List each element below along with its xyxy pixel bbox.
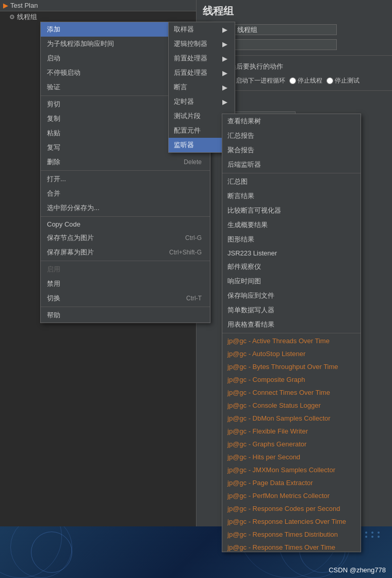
- menu-label: 保存节点为图片: [47, 233, 94, 243]
- submenu-label: jp@gc - Response Codes per Second: [227, 505, 340, 512]
- listener-jp-response-times-over[interactable]: jp@gc - Response Times Over Time: [222, 541, 361, 552]
- submenu-label: jp@gc - Flexible File Writer: [227, 427, 308, 435]
- menu-item-save-screen-image[interactable]: 保存屏幕为图片 Ctrl+Shift-G: [41, 245, 210, 260]
- submenu-label: jp@gc - Hits per Second: [227, 453, 300, 461]
- listener-save-response[interactable]: 保存响应到文件: [222, 288, 361, 303]
- listener-jp-autostop[interactable]: jp@gc - AutoStop Listener: [222, 347, 361, 360]
- menu-item-disable[interactable]: 禁用: [41, 277, 210, 291]
- listener-jp-perfmon[interactable]: jp@gc - PerfMon Metrics Collector: [222, 489, 361, 502]
- submenu-label: 前置处理器: [174, 54, 207, 63]
- separator2: [41, 170, 210, 171]
- menu-item-save-node-image[interactable]: 保存节点为图片 Ctrl-G: [41, 231, 210, 245]
- listener-backend[interactable]: 后端监听器: [222, 157, 361, 172]
- listener-jp-hits-per-second[interactable]: jp@gc - Hits per Second: [222, 451, 361, 463]
- shortcut-delete: Delete: [184, 158, 202, 166]
- submenu-label: 定时器: [174, 97, 194, 106]
- listener-jp-jmxmon[interactable]: jp@gc - JMXMon Samples Collector: [222, 463, 361, 476]
- listener-summary-report[interactable]: 汇总报告: [222, 129, 361, 143]
- listener-jp-console-status[interactable]: jp@gc - Console Status Logger: [222, 399, 361, 412]
- submenu-item-timer[interactable]: 定时器 ▶: [169, 94, 235, 109]
- submenu-label: 汇总图: [227, 177, 248, 186]
- submenu-listener: 查看结果树 汇总报告 聚合报告 后端监听器 汇总图 断言结果 比较断言可视化器 …: [222, 114, 361, 552]
- submenu-label: 聚合报告: [227, 146, 254, 155]
- radio-next-loop[interactable]: 启动下一进程循环: [227, 76, 285, 85]
- listener-assertion-results[interactable]: 断言结果: [222, 189, 361, 203]
- submenu-label: 后置处理器: [174, 68, 207, 77]
- menu-item-open[interactable]: 打开...: [41, 172, 210, 186]
- name-input[interactable]: [234, 24, 337, 35]
- menu-label: 打开...: [47, 174, 66, 184]
- menu-label: 复制: [47, 114, 60, 123]
- listener-aggregate-report[interactable]: 聚合报告: [222, 143, 361, 157]
- listener-graph-results[interactable]: 图形结果: [222, 232, 361, 247]
- listener-jp-dbmon[interactable]: jp@gc - DbMon Samples Collector: [222, 412, 361, 425]
- listener-mailer[interactable]: 邮件观察仪: [222, 260, 361, 274]
- arrow-icon: ▶: [222, 69, 227, 77]
- submenu-label: jp@gc - Response Times Distribution: [227, 531, 338, 538]
- submenu-item-sampler[interactable]: 取样器 ▶: [169, 22, 235, 37]
- submenu-label: jp@gc - DbMon Samples Collector: [227, 414, 331, 422]
- listener-simple-data-writer[interactable]: 简单数据写人器: [222, 303, 361, 317]
- menu-item-copy-code[interactable]: Copy Code: [41, 218, 210, 231]
- menu-label: 为子线程添加响应时间: [47, 39, 114, 49]
- submenu-item-pre-processor[interactable]: 前置处理器 ▶: [169, 51, 235, 66]
- separator4: [41, 261, 210, 261]
- submenu-item-post-processor[interactable]: 后置处理器 ▶: [169, 66, 235, 80]
- submenu-label: jp@gc - Console Status Logger: [227, 402, 321, 409]
- arrow-icon: ▶: [222, 26, 227, 34]
- submenu-label: 取样器: [174, 25, 194, 34]
- menu-label: 保存屏幕为图片: [47, 248, 94, 257]
- listener-view-results-tree[interactable]: 查看结果树: [222, 114, 361, 129]
- listener-jp-page-data[interactable]: jp@gc - Page Data Extractor: [222, 476, 361, 489]
- listener-response-time-graph[interactable]: 响应时间图: [222, 274, 361, 288]
- listener-jp-response-codes[interactable]: jp@gc - Response Codes per Second: [222, 502, 361, 515]
- gear-icon: ⚙: [9, 13, 15, 21]
- radio-stop-test[interactable]: 停止测试: [326, 76, 360, 85]
- listener-jp-connect-times[interactable]: jp@gc - Connect Times Over Time: [222, 386, 361, 399]
- menu-item-save-selected[interactable]: 选中部分保存为...: [41, 201, 210, 215]
- submenu-label: jp@gc - Connect Times Over Time: [227, 389, 330, 396]
- arrow-icon: ▶: [222, 40, 227, 48]
- listener-jp-flexible-file[interactable]: jp@gc - Flexible File Writer: [222, 425, 361, 438]
- listener-jsr223[interactable]: JSR223 Listener: [222, 247, 361, 260]
- listener-jp-graphs-generator[interactable]: jp@gc - Graphs Generator: [222, 438, 361, 451]
- listener-generate-summary[interactable]: 生成概要结果: [222, 218, 361, 232]
- menu-item-delete[interactable]: 删除 Delete: [41, 155, 210, 169]
- submenu-item-assertion[interactable]: 断言 ▶: [169, 80, 235, 94]
- submenu-label: 汇总报告: [227, 131, 254, 140]
- submenu-label: jp@gc - Response Times Over Time: [227, 543, 335, 551]
- menu-label: 粘贴: [47, 129, 60, 138]
- menu-item-enable: 启用: [41, 262, 210, 277]
- listener-jp-response-times-dist[interactable]: jp@gc - Response Times Distribution: [222, 528, 361, 541]
- menu-label: 删除: [47, 157, 60, 167]
- submenu-label: 用表格查看结果: [227, 320, 274, 329]
- submenu-label: jp@gc - JMXMon Samples Collector: [227, 466, 335, 474]
- app-title: Test Plan: [10, 2, 38, 9]
- listener-jp-response-latencies[interactable]: jp@gc - Response Latencies Over Time: [222, 515, 361, 528]
- listener-jp-composite-graph[interactable]: jp@gc - Composite Graph: [222, 373, 361, 386]
- submenu-item-logic-controller[interactable]: 逻辑控制器 ▶: [169, 37, 235, 51]
- menu-label: 不停顿启动: [47, 68, 80, 77]
- menu-label: 禁用: [47, 279, 60, 288]
- menu-item-toggle[interactable]: 切换 Ctrl-T: [41, 291, 210, 306]
- tree-item-threadgroup[interactable]: ⚙ 线程组: [0, 11, 201, 23]
- shortcut-save-screen: Ctrl+Shift-G: [169, 249, 202, 256]
- submenu-label: jp@gc - Graphs Generator: [227, 440, 306, 448]
- listener-summary-graph[interactable]: 汇总图: [222, 174, 361, 189]
- separator5: [41, 307, 210, 307]
- menu-item-help[interactable]: 帮助: [41, 308, 210, 323]
- menu-item-merge[interactable]: 合并: [41, 186, 210, 201]
- listener-jp-active-threads[interactable]: jp@gc - Active Threads Over Time: [222, 334, 361, 347]
- submenu-label: 监听器: [174, 140, 194, 150]
- submenu-label: jp@gc - Bytes Throughput Over Time: [227, 363, 338, 371]
- comment-input[interactable]: [234, 39, 337, 50]
- submenu-label: 比较断言可视化器: [227, 206, 281, 215]
- submenu-label: jp@gc - AutoStop Listener: [227, 350, 305, 358]
- submenu-label: 配置元件: [174, 126, 201, 135]
- listener-table-results[interactable]: 用表格查看结果: [222, 317, 361, 332]
- listener-jp-bytes-throughput[interactable]: jp@gc - Bytes Throughput Over Time: [222, 360, 361, 373]
- submenu-label: 断言: [174, 83, 187, 92]
- radio-stop-thread[interactable]: 停止线程: [289, 76, 322, 85]
- menu-label: 启动: [47, 54, 60, 63]
- listener-compare-assertion[interactable]: 比较断言可视化器: [222, 203, 361, 218]
